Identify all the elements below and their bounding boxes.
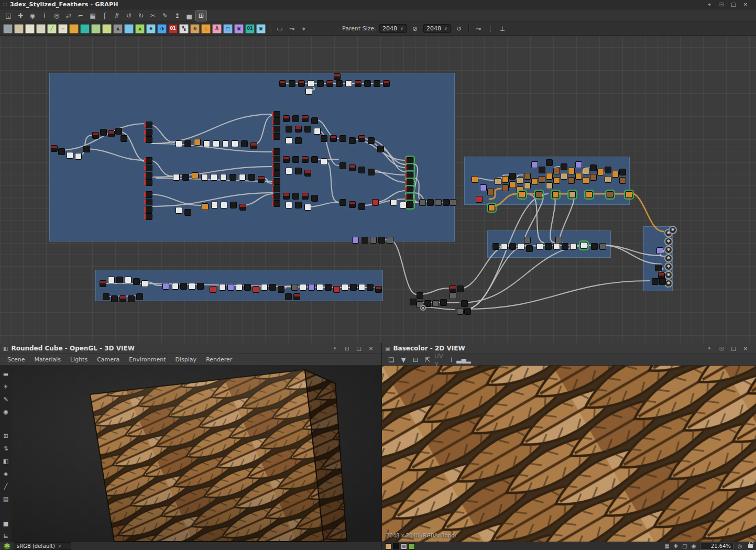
graph-node[interactable]	[58, 148, 65, 155]
graph-node[interactable]	[476, 196, 483, 203]
graph-node[interactable]	[229, 174, 236, 181]
graph-node[interactable]	[407, 164, 413, 171]
node-align-horizontal-icon[interactable]: ⊥	[497, 24, 508, 34]
graph-node[interactable]	[292, 115, 299, 122]
save-image-icon[interactable]: ▼	[398, 355, 409, 365]
zoom-tool-icon[interactable]: ◎	[51, 10, 62, 21]
graph-node[interactable]	[349, 201, 356, 208]
rotate-ccw-tool-icon[interactable]: ↺	[124, 10, 134, 21]
graph-node[interactable]	[339, 162, 346, 169]
graph-node[interactable]	[279, 80, 286, 87]
maximize-icon[interactable]: □	[354, 343, 364, 354]
graph-node[interactable]	[230, 202, 237, 208]
close-icon[interactable]: ✕	[740, 0, 751, 10]
graph-node[interactable]	[487, 189, 494, 195]
graph-node[interactable]	[352, 237, 359, 244]
graph-node[interactable]	[304, 204, 311, 211]
graph-node[interactable]	[383, 80, 390, 87]
menu-item-scene[interactable]: Scene	[3, 355, 29, 364]
graph-node[interactable]	[443, 199, 450, 206]
connect-inputs-icon[interactable]: ⊸	[473, 24, 484, 34]
graph-node[interactable]	[128, 295, 135, 302]
graph-node[interactable]	[146, 129, 152, 136]
pixel-ratio-icon[interactable]: ◉	[690, 543, 697, 550]
graph-node[interactable]	[326, 80, 333, 87]
graph-node[interactable]	[509, 243, 516, 250]
graph-node[interactable]	[116, 277, 123, 283]
graph-node[interactable]	[568, 177, 575, 184]
graph-node[interactable]	[375, 286, 382, 293]
export-tool-icon[interactable]: ↥	[172, 10, 182, 21]
checker-swatch-icon[interactable]: ▦	[401, 543, 407, 549]
graph-node[interactable]	[358, 135, 365, 142]
directional-warp-icon[interactable]: ≈	[58, 24, 68, 34]
graph-node[interactable]	[400, 202, 407, 208]
graph-output-node[interactable]: ✱	[664, 254, 673, 262]
paint-icon[interactable]: ✎	[2, 395, 10, 403]
graph-node[interactable]	[302, 115, 309, 122]
graph-node[interactable]	[524, 237, 531, 244]
graph-node[interactable]	[300, 284, 306, 291]
graph-canvas[interactable]: ✱✱✱✱✱✱✱✱✱	[0, 36, 756, 343]
transform-icon[interactable]: ⇅	[2, 444, 10, 453]
close-icon[interactable]: ✕	[740, 343, 751, 354]
text-icon[interactable]: A	[212, 24, 222, 34]
graph-node[interactable]	[241, 140, 248, 147]
graph-node[interactable]	[457, 285, 464, 292]
graph-node[interactable]	[304, 170, 311, 177]
graph-node[interactable]	[248, 174, 255, 181]
undock-icon[interactable]: ⊡	[342, 343, 352, 354]
graph-node[interactable]	[535, 191, 542, 198]
move-tool-icon[interactable]: ✚	[15, 10, 26, 21]
graph-node[interactable]	[590, 164, 597, 171]
graph-node[interactable]	[273, 178, 280, 185]
graph-node[interactable]	[368, 137, 375, 144]
graph-node[interactable]	[236, 284, 243, 291]
graph-node[interactable]	[108, 130, 115, 137]
black-swatch-icon[interactable]	[393, 543, 399, 549]
graph-node[interactable]	[334, 73, 341, 80]
grayscale-conversion-icon[interactable]	[102, 24, 112, 34]
graph-node[interactable]	[652, 278, 659, 285]
graph-node[interactable]	[349, 137, 356, 144]
graph-node[interactable]	[302, 156, 309, 163]
graph-node[interactable]	[464, 308, 471, 315]
graph-node[interactable]	[374, 80, 380, 87]
graph-node[interactable]	[342, 284, 348, 291]
transformation-2d-icon[interactable]: ◑	[157, 24, 167, 34]
graph-node[interactable]	[590, 174, 597, 181]
select-tool-icon[interactable]: ◱	[3, 10, 14, 21]
graph-node[interactable]	[461, 300, 468, 307]
graph-node[interactable]	[575, 161, 582, 168]
graph-node[interactable]	[283, 193, 290, 200]
graph-node[interactable]	[146, 179, 152, 186]
graph-output-node[interactable]: ✱	[664, 246, 673, 254]
graph-node[interactable]	[372, 199, 379, 206]
graph-node[interactable]	[125, 277, 132, 283]
graph-node[interactable]	[286, 126, 292, 133]
scene-hierarchy-icon[interactable]: ⊑	[2, 531, 10, 540]
send-external-icon[interactable]: ⇱	[422, 355, 433, 365]
graph-node[interactable]	[314, 128, 321, 135]
graph-node[interactable]	[239, 204, 246, 211]
graph-node[interactable]	[239, 174, 246, 181]
graph-node[interactable]	[133, 278, 140, 285]
graph-node[interactable]	[261, 284, 268, 291]
distance-icon[interactable]	[69, 24, 79, 34]
unlink-tool-icon[interactable]: ⌐	[75, 10, 86, 21]
histogram-tool-icon[interactable]: ▅	[184, 10, 194, 21]
graph-node[interactable]	[146, 213, 152, 220]
graph-node[interactable]	[258, 176, 265, 183]
graph-node[interactable]	[407, 179, 413, 186]
geometry-icon[interactable]: ◈	[2, 469, 10, 478]
graph-node[interactable]	[250, 142, 257, 149]
graph-node[interactable]	[283, 115, 290, 122]
mesh-icon[interactable]: ◧	[2, 457, 10, 465]
graph-node[interactable]	[146, 206, 152, 213]
graph-node[interactable]	[220, 174, 227, 181]
graph-node[interactable]	[115, 128, 122, 135]
graph-node[interactable]	[325, 284, 332, 291]
export-image-icon[interactable]: ❏	[386, 355, 397, 365]
checker-pattern-icon[interactable]: ▚	[179, 24, 189, 34]
graph-node[interactable]	[146, 157, 152, 164]
